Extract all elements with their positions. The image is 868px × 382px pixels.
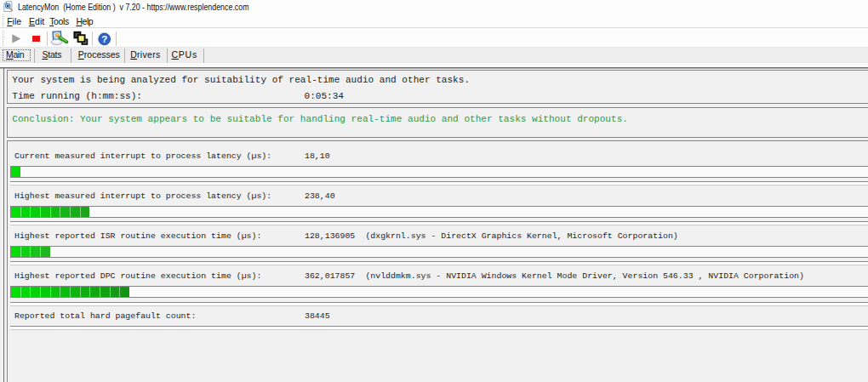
svg-text:?: ?: [101, 33, 107, 43]
